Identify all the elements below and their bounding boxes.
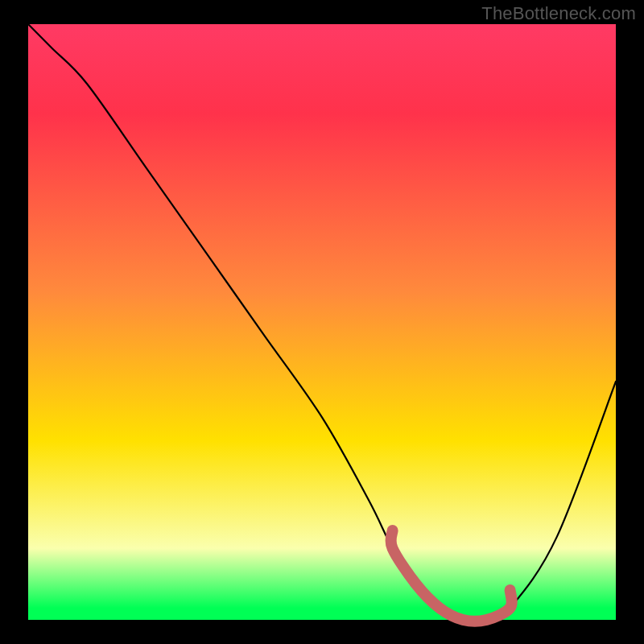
chart-stage: TheBottleneck.com [0, 0, 644, 644]
bottleneck-chart [0, 0, 644, 644]
plot-area [28, 24, 616, 620]
watermark-text: TheBottleneck.com [481, 3, 636, 24]
